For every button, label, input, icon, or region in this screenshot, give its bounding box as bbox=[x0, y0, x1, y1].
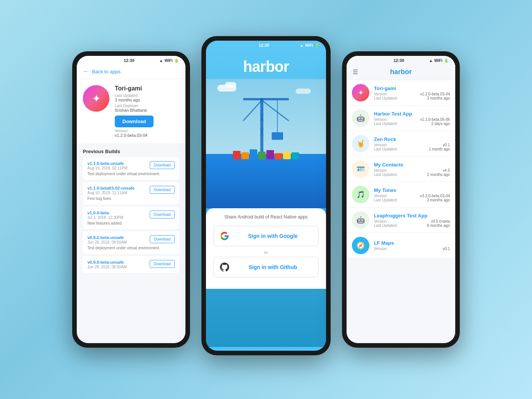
previous-builds-title: Previous Builds bbox=[83, 149, 179, 154]
sign-in-github-button[interactable]: Sign in with Github bbox=[214, 257, 318, 277]
build-download-button[interactable]: Download bbox=[150, 260, 175, 268]
app-list-item[interactable]: 🪪 My Contacts Version: v4.5 Last Updated… bbox=[347, 157, 455, 182]
app-list-item[interactable]: 🧭 LF Maps Version: v0.1 bbox=[347, 233, 455, 258]
build-version: v1.1.0-beta-unsafe bbox=[87, 161, 127, 166]
build-download-button[interactable]: Download bbox=[150, 186, 175, 194]
build-desc: Few bug fixes. bbox=[87, 196, 175, 201]
app-list-item[interactable]: 🎵 My Tunes Version: v3.3.0-beta.03-04 La… bbox=[347, 182, 455, 207]
hamburger-icon[interactable]: ☰ bbox=[353, 68, 358, 76]
updated-val-2: 1 month ago bbox=[429, 147, 450, 151]
list-app-info-5: Leapfroggers Test App Version: v0.5.0-be… bbox=[374, 213, 450, 228]
build-version: v1.1.0-beta03-02-unsafe bbox=[87, 186, 135, 190]
list-app-name-6: LF Maps bbox=[374, 240, 450, 246]
build-desc: Test deployment under virtual environmen… bbox=[87, 172, 175, 176]
version-val-4: v3.3.0-beta.03-04 bbox=[420, 194, 450, 198]
main-download-button[interactable]: Download bbox=[115, 116, 154, 127]
list-app-info-6: LF Maps Version: v0.1 bbox=[374, 240, 450, 251]
updated-label-4: Last Updated: bbox=[374, 198, 397, 202]
list-app-icon-3: 🪪 bbox=[352, 160, 369, 178]
build-item: v1.0.0-beta Jul 1, 2018, 12:30PM Downloa… bbox=[83, 207, 179, 229]
build-version: v0.9.0-beta-unsafe bbox=[87, 260, 127, 264]
container-green bbox=[258, 152, 266, 159]
back-nav[interactable]: ← Back to apps bbox=[77, 64, 185, 79]
container-orange bbox=[241, 152, 249, 159]
build-download-button[interactable]: Download bbox=[150, 161, 175, 169]
app-list-item[interactable]: 🤖 Leapfroggers Test App Version: v0.5.0-… bbox=[347, 207, 455, 233]
list-app-icon-0: ✦ bbox=[352, 84, 369, 101]
svg-line-2 bbox=[243, 100, 262, 121]
center-battery-icon: 🔋 bbox=[315, 43, 319, 48]
updated-val-5: 8 months ago bbox=[427, 223, 450, 228]
center-phone: 12:30 ▲ WiFi 🔋 harbor bbox=[201, 36, 331, 355]
app-name: Tori-gami bbox=[115, 85, 179, 92]
harbor-header-title: harbor bbox=[390, 68, 412, 76]
build-desc: New features added. bbox=[87, 221, 175, 225]
list-app-info-4: My Tunes Version: v3.3.0-beta.03-04 Last… bbox=[374, 187, 450, 202]
build-item: v0.9.0-beta-unsafe Jun 28, 2018, 08:50AM… bbox=[83, 256, 179, 273]
signal-icon: ▲ bbox=[159, 59, 163, 63]
build-download-button[interactable]: Download bbox=[150, 235, 175, 243]
harbor-screen: harbor bbox=[206, 49, 326, 347]
app-list-item[interactable]: 🤖 Harbor Test App Version: v1.1.0-beta.0… bbox=[347, 106, 455, 131]
updated-val-1: 2 days ago bbox=[431, 122, 450, 126]
right-battery-icon: 🔋 bbox=[444, 59, 448, 63]
list-app-name-0: Tori-gami bbox=[374, 86, 450, 91]
right-signal-icon: ▲ bbox=[429, 59, 433, 63]
list-meta-updated-row-2: Last Updated: 1 month ago bbox=[374, 147, 450, 151]
or-text: or bbox=[264, 250, 268, 255]
build-item-header: v0.9.0-beta-unsafe Jun 28, 2018, 08:50AM… bbox=[87, 260, 175, 269]
list-app-icon-4: 🎵 bbox=[352, 186, 369, 203]
version-val-1: v1.1.0-beta.05-06 bbox=[420, 117, 450, 122]
harbor-logo: harbor bbox=[214, 58, 318, 75]
version-label-6: Version: bbox=[374, 247, 388, 251]
version-val-6: v0.1 bbox=[443, 247, 450, 251]
last-updated-label: Last Updated: bbox=[115, 93, 179, 98]
app-list-item[interactable]: ✦ Tori-gami Version: v1.2.0-beta.03-04 L… bbox=[347, 80, 455, 106]
build-version: v1.0.0-beta bbox=[87, 211, 124, 215]
or-divider: or bbox=[214, 250, 318, 255]
build-date: Aug 19, 2018, 02:11PM bbox=[87, 166, 127, 170]
updated-val-0: 3 months ago bbox=[427, 96, 450, 100]
build-desc: Test deployment under virtual environmen… bbox=[87, 246, 175, 250]
list-meta-updated-row-1: Last Updated: 2 days ago bbox=[374, 122, 450, 126]
list-meta-version-row-3: Version: v4.5 bbox=[374, 168, 450, 173]
wifi-icon: WiFi bbox=[165, 59, 173, 63]
build-item-header: v1.1.0-beta-unsafe Aug 19, 2018, 02:11PM… bbox=[87, 161, 175, 170]
container-red bbox=[233, 151, 241, 159]
updated-label-3: Last Updated: bbox=[374, 173, 397, 177]
list-app-icon-1: 🤖 bbox=[352, 109, 369, 127]
list-meta-updated-row-4: Last Updated: 3 months ago bbox=[374, 198, 450, 202]
right-wifi-icon: WiFi bbox=[434, 59, 442, 63]
harbor-bottom: Share Android build of React Native apps… bbox=[206, 208, 326, 289]
right-status-icons: ▲ WiFi 🔋 bbox=[429, 59, 448, 63]
build-download-button[interactable]: Download bbox=[150, 211, 175, 218]
svg-rect-5 bbox=[272, 132, 283, 140]
harbor-tagline: Share Android build of React Native apps bbox=[214, 214, 318, 220]
right-status-bar: 12:30 ▲ WiFi 🔋 bbox=[347, 56, 455, 64]
left-phone: 12:30 ▲ WiFi 🔋 ← Back to apps ✦ Tori-gam… bbox=[72, 51, 190, 348]
app-list-item[interactable]: 🤘 Zen Rock Version: v0.1 Last Updated: 1… bbox=[347, 131, 455, 157]
build-list: v1.1.0-beta-unsafe Aug 19, 2018, 02:11PM… bbox=[83, 157, 179, 273]
google-icon bbox=[220, 231, 229, 241]
list-app-info-2: Zen Rock Version: v0.1 Last Updated: 1 m… bbox=[374, 136, 450, 151]
left-screen: ← Back to apps ✦ Tori-gami Last Updated:… bbox=[77, 64, 185, 339]
build-date: Jun 28, 2018, 08:50AM bbox=[87, 240, 127, 244]
svg-rect-1 bbox=[243, 98, 289, 100]
sign-in-google-button[interactable]: Sign in with Google bbox=[214, 226, 318, 246]
water-background bbox=[206, 154, 326, 208]
center-wifi-icon: WiFi bbox=[305, 43, 313, 48]
previous-builds-section: Previous Builds v1.1.0-beta-unsafe Aug 1… bbox=[77, 144, 185, 278]
updated-label-1: Last Updated: bbox=[374, 122, 397, 126]
last-deployer-label: Last Deployer: bbox=[115, 104, 179, 108]
last-deployer-value: Srishan Bhattarai bbox=[115, 108, 179, 112]
right-header: ☰ harbor bbox=[347, 64, 455, 80]
build-item: v1.1.0-beta03-02-unsafe Aug 10, 2018, 11… bbox=[83, 182, 179, 204]
build-item: v1.1.0-beta-unsafe Aug 19, 2018, 02:11PM… bbox=[83, 157, 179, 180]
updated-label-2: Last Updated: bbox=[374, 147, 397, 151]
container-cyan bbox=[291, 152, 299, 159]
build-date: Jun 28, 2018, 08:50AM bbox=[87, 265, 127, 269]
container-purple bbox=[266, 150, 274, 159]
list-meta-version-row-0: Version: v1.2.0-beta.03-04 bbox=[374, 92, 450, 96]
build-item-header: v1.1.0-beta03-02-unsafe Aug 10, 2018, 11… bbox=[87, 186, 175, 195]
svg-line-3 bbox=[262, 100, 289, 121]
